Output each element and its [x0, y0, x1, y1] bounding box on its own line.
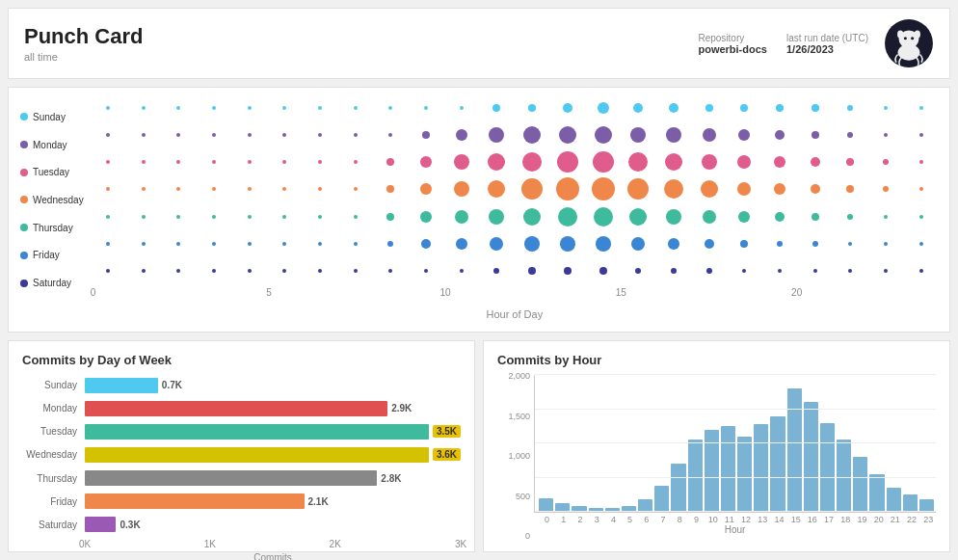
- punch-cell: [268, 204, 302, 229]
- punch-cell: [92, 231, 125, 256]
- punch-cell: [198, 204, 231, 229]
- github-icon: [884, 18, 934, 68]
- punch-cell: [338, 149, 372, 174]
- svg-point-3: [897, 30, 903, 38]
- punch-dot: [422, 131, 430, 139]
- punch-dot: [595, 126, 612, 144]
- h-axis-label: 3K: [455, 539, 466, 549]
- v-bar-col: [589, 375, 603, 512]
- punch-cell: [622, 231, 655, 256]
- v-bar-fill: [754, 424, 768, 512]
- punch-dot: [528, 104, 536, 112]
- punch-dot: [775, 212, 785, 222]
- legend-item: Friday: [20, 250, 84, 260]
- punch-cell: [798, 231, 832, 256]
- punch-dot: [777, 241, 783, 247]
- punch-cell: [162, 122, 196, 147]
- punch-dot: [811, 157, 820, 167]
- v-bar-fill: [804, 402, 818, 512]
- legend-item: Sunday: [20, 112, 84, 122]
- h-axis-title: Commits: [22, 552, 461, 560]
- x-axis-labels: 05101520: [93, 287, 938, 307]
- punch-dot: [493, 268, 499, 274]
- v-bar-col: [721, 375, 735, 512]
- punch-cell: [728, 204, 761, 229]
- v-bar-y-axis: 05001,0001,5002,000: [497, 375, 534, 535]
- v-bar-x-label: 5: [623, 515, 637, 524]
- punch-dot: [919, 187, 923, 191]
- legend-label: Saturday: [33, 278, 71, 288]
- punch-dot: [630, 127, 646, 143]
- punch-dot: [282, 269, 286, 273]
- punch-dot: [282, 215, 286, 219]
- x-axis-title: Hour of Day: [92, 308, 938, 320]
- h-bar-row: Thursday2.8K: [22, 468, 461, 489]
- punch-cell: [763, 176, 797, 201]
- punch-dot: [847, 132, 853, 138]
- v-bar-x-label: 16: [805, 515, 819, 524]
- punch-dot: [599, 267, 607, 275]
- commits-by-day-title: Commits by Day of Week: [22, 353, 461, 367]
- v-bar-fill: [737, 437, 752, 512]
- punch-cell: [763, 122, 797, 147]
- v-bar-col: [622, 375, 636, 512]
- punch-dot: [523, 126, 541, 144]
- legend-item: Wednesday: [20, 195, 84, 205]
- punch-cell: [92, 204, 125, 229]
- v-bar-col: [638, 375, 652, 512]
- punch-cell: [586, 95, 620, 120]
- punch-dot: [388, 269, 392, 273]
- punch-cell: [480, 204, 514, 229]
- punch-dot: [737, 182, 751, 196]
- punch-cell: [622, 258, 655, 283]
- punch-dot: [354, 133, 358, 137]
- punch-cell: [551, 95, 585, 120]
- punch-dot: [884, 106, 888, 110]
- punch-cell: [869, 149, 903, 174]
- punch-cell: [444, 122, 478, 147]
- punch-dot: [919, 160, 923, 164]
- v-bar-fill: [820, 423, 835, 512]
- punch-cell: [480, 122, 514, 147]
- h-axis-inner: 0K1K2K3K: [85, 539, 461, 552]
- v-bar-x-label: 21: [888, 515, 902, 524]
- punch-cell: [834, 231, 867, 256]
- punch-dot: [488, 180, 505, 198]
- y-grid-line: [535, 511, 936, 512]
- date-label: last run date (UTC): [786, 33, 868, 43]
- punch-dot: [455, 210, 468, 224]
- punch-cell: [904, 176, 938, 201]
- punch-cell: [516, 95, 549, 120]
- v-bar-y-label: 1,500: [508, 412, 530, 421]
- punch-cell: [232, 95, 266, 120]
- punch-cell: [410, 122, 443, 147]
- punch-cell: [92, 95, 125, 120]
- v-bar-col: [605, 375, 620, 512]
- punch-cell: [904, 231, 938, 256]
- punch-dot: [456, 238, 467, 250]
- punch-dot: [424, 269, 428, 273]
- punch-cell: [763, 258, 797, 283]
- punch-dot: [669, 103, 679, 113]
- punch-dot: [560, 236, 575, 252]
- punch-dot: [556, 177, 579, 200]
- punch-cell: [374, 204, 408, 229]
- date-value: 1/26/2023: [786, 43, 834, 55]
- h-bar-label: Thursday: [22, 473, 85, 484]
- punch-cell: [198, 95, 231, 120]
- punch-cell: [798, 176, 832, 201]
- punch-dot: [884, 269, 888, 273]
- x-axis-label: 5: [266, 287, 272, 298]
- punch-dot: [492, 104, 500, 112]
- punch-dot: [740, 104, 748, 112]
- punch-dot: [282, 160, 286, 164]
- punch-cell: [798, 258, 832, 283]
- punch-dot: [813, 269, 817, 273]
- punch-dot: [106, 187, 110, 191]
- h-axis-label: 2K: [330, 539, 341, 549]
- h-bar-track: 0.7K: [85, 377, 461, 394]
- h-bar-row: Friday2.1K: [22, 492, 461, 512]
- punch-dot: [176, 160, 180, 164]
- punch-cell: [657, 204, 691, 229]
- punch-dot: [142, 187, 146, 191]
